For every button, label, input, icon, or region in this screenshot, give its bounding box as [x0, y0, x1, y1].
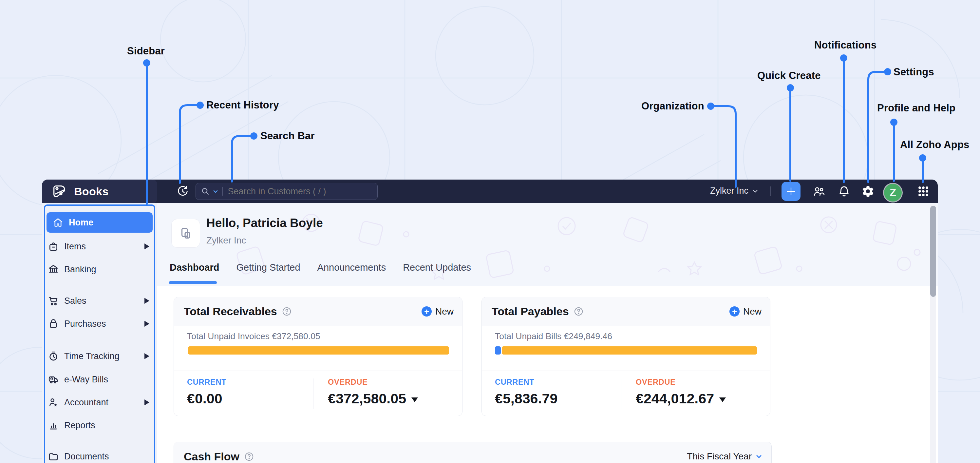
receivables-overdue-amount: €372,580.05 [328, 391, 406, 407]
total-receivables-card: Total Receivables + New Total Unpaid Inv… [173, 297, 463, 416]
sales-cart-icon [48, 295, 59, 306]
card-divider [174, 371, 462, 371]
sidebar-item-label: Documents [64, 452, 150, 462]
scrollbar-thumb[interactable] [930, 206, 936, 297]
payables-card-header: Total Payables + New [482, 297, 770, 326]
progress-overdue-segment [502, 346, 757, 355]
receivables-new-button[interactable]: + New [422, 306, 453, 317]
banking-icon [48, 264, 59, 275]
sidebar-item-label: Accountant [64, 398, 145, 407]
profile-avatar[interactable]: Z [884, 184, 902, 202]
organization-logo-box [171, 219, 200, 248]
reports-icon [48, 420, 59, 431]
sidebar-item-label: Items [64, 242, 145, 251]
help-icon[interactable] [574, 306, 584, 317]
users-button[interactable] [811, 184, 826, 199]
period-chevron-icon [755, 452, 763, 460]
recent-history-button[interactable] [175, 184, 190, 199]
cash-flow-header: Cash Flow This Fiscal Year [174, 442, 772, 463]
brand-logo-panel[interactable]: Books [42, 180, 157, 203]
expand-arrow-icon [145, 298, 150, 304]
cash-flow-period-selector[interactable]: This Fiscal Year [687, 451, 763, 462]
expand-arrow-icon [145, 243, 150, 249]
tab-recent-updates[interactable]: Recent Updates [403, 262, 471, 273]
brand-name: Books [74, 185, 108, 198]
overdue-label: OVERDUE [328, 378, 418, 387]
navbar-divider [770, 186, 771, 196]
greeting-organization: Zylker Inc [206, 235, 246, 246]
annotation-recent-history: Recent History [206, 99, 279, 111]
payables-new-button[interactable]: + New [729, 306, 762, 317]
sidebar-item-purchases[interactable]: Purchases [42, 312, 157, 335]
sidebar-item-sales[interactable]: Sales [42, 290, 157, 312]
tab-getting-started[interactable]: Getting Started [236, 262, 300, 273]
sidebar-item-home[interactable]: Home [46, 212, 153, 233]
receivables-overdue-column: OVERDUE €372,580.05 [328, 378, 418, 407]
search-scope-chevron-icon[interactable] [212, 188, 219, 195]
sidebar-item-label: Banking [64, 264, 150, 275]
gear-icon [861, 185, 875, 198]
home-icon [52, 217, 64, 228]
current-label: CURRENT [187, 378, 226, 387]
help-icon[interactable] [244, 452, 254, 462]
sidebar-item-accountant[interactable]: Accountant [42, 391, 157, 414]
annotation-organization: Organization [641, 100, 704, 112]
settings-button[interactable] [861, 184, 875, 199]
receivables-progress-bar [187, 346, 449, 355]
payables-progress-bar [495, 346, 757, 355]
new-button-label: New [435, 306, 453, 317]
sidebar-item-banking[interactable]: Banking [42, 258, 157, 281]
all-apps-button[interactable] [916, 184, 931, 199]
sidebar-item-label: Time Tracking [64, 351, 145, 361]
search-input[interactable] [228, 186, 347, 197]
eway-bills-truck-icon [48, 374, 59, 385]
receivables-summary-label: Total Unpaid Invoices [187, 331, 270, 341]
bell-icon [837, 185, 851, 198]
annotation-quick-create: Quick Create [757, 70, 821, 81]
overdue-dropdown-icon[interactable] [411, 398, 418, 402]
payables-current-column: CURRENT €5,836.79 [495, 378, 557, 407]
expand-arrow-icon [145, 353, 150, 359]
progress-overdue-segment [188, 346, 449, 355]
payables-overdue-column: OVERDUE €244,012.67 [636, 378, 726, 407]
sidebar-item-time-tracking[interactable]: Time Tracking [42, 345, 157, 368]
tab-dashboard[interactable]: Dashboard [170, 262, 219, 273]
expand-arrow-icon [145, 399, 150, 405]
receivables-summary-amount: €372,580.05 [272, 331, 320, 341]
annotation-all-zoho-apps: All Zoho Apps [900, 139, 969, 151]
sidebar-item-label: Sales [64, 296, 145, 306]
overdue-label: OVERDUE [636, 378, 726, 387]
quick-create-button[interactable] [781, 182, 800, 201]
receivables-current-column: CURRENT €0.00 [187, 378, 226, 407]
global-search[interactable] [196, 183, 378, 200]
zoho-books-logo-icon [52, 184, 67, 199]
payables-summary: Total Unpaid Bills €249,849.46 [495, 331, 612, 341]
total-payables-card: Total Payables + New Total Unpaid Bills … [482, 297, 770, 416]
overdue-dropdown-icon[interactable] [719, 398, 726, 402]
new-button-label: New [743, 306, 762, 317]
card-vertical-divider [313, 379, 313, 409]
notifications-button[interactable] [837, 184, 851, 199]
annotation-search-bar: Search Bar [260, 130, 315, 142]
current-label: CURRENT [495, 378, 557, 387]
sidebar-item-eway-bills[interactable]: e-Way Bills [42, 368, 157, 391]
sidebar: Home Items Banking Sales P [42, 203, 157, 463]
users-icon [812, 185, 826, 198]
sidebar-item-documents[interactable]: Documents [42, 445, 157, 463]
receivables-title: Total Receivables [184, 305, 277, 318]
recent-history-icon [176, 185, 189, 198]
help-icon[interactable] [282, 306, 292, 317]
annotation-notifications: Notifications [814, 39, 877, 51]
organization-switcher[interactable]: Zylker Inc [710, 186, 759, 196]
payables-current-amount: €5,836.79 [495, 391, 557, 407]
apps-grid-icon [917, 185, 929, 197]
sidebar-item-items[interactable]: Items [42, 235, 157, 258]
receivables-summary: Total Unpaid Invoices €372,580.05 [187, 331, 320, 341]
time-tracking-icon [48, 351, 59, 362]
expand-arrow-icon [145, 321, 150, 327]
sidebar-item-reports[interactable]: Reports [42, 414, 157, 437]
tab-announcements[interactable]: Announcements [317, 262, 386, 273]
items-icon [48, 241, 59, 252]
greeting-title: Hello, Patricia Boyle [206, 216, 323, 230]
plus-circle-icon: + [729, 306, 740, 317]
